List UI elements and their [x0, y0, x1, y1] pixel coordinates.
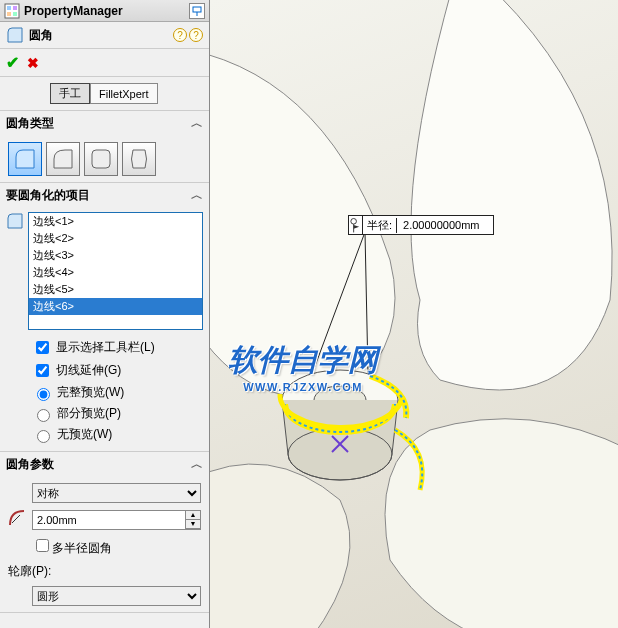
- list-item[interactable]: 边线<6>: [29, 298, 202, 315]
- callout-label: 半径:: [363, 218, 397, 233]
- section-header-type[interactable]: 圆角类型 ︿: [0, 111, 209, 136]
- spin-down[interactable]: ▼: [186, 520, 200, 529]
- svg-rect-4: [13, 12, 17, 16]
- fillet-feature-icon: [6, 26, 24, 44]
- edge-selection-icon: [6, 212, 28, 330]
- chevron-up-icon: ︿: [191, 456, 203, 473]
- svg-rect-1: [7, 6, 11, 10]
- pin-button[interactable]: [189, 3, 205, 19]
- radius-input[interactable]: [33, 511, 185, 529]
- symmetry-select[interactable]: 对称: [32, 483, 201, 503]
- model-view: [210, 0, 618, 628]
- help-pin-icon[interactable]: ?: [189, 28, 203, 42]
- panel-title: PropertyManager: [24, 4, 189, 18]
- opt-show-toolbar[interactable]: 显示选择工具栏(L): [32, 338, 203, 357]
- radius-spinner[interactable]: ▲▼: [32, 510, 201, 530]
- radius-icon: [8, 509, 28, 530]
- section-items: 要圆角化的项目 ︿ 边线<1> 边线<2> 边线<3> 边线<4> 边线<5> …: [0, 183, 209, 452]
- feature-header: 圆角 ? ?: [0, 22, 209, 49]
- cancel-button[interactable]: ✖: [27, 55, 39, 71]
- chevron-up-icon: ︿: [191, 187, 203, 204]
- callout-value[interactable]: 2.00000000mm: [397, 219, 493, 231]
- list-item[interactable]: 边线<2>: [29, 230, 202, 247]
- spin-up[interactable]: ▲: [186, 511, 200, 520]
- edge-selection-list[interactable]: 边线<1> 边线<2> 边线<3> 边线<4> 边线<5> 边线<6>: [28, 212, 203, 330]
- opt-full-preview[interactable]: 完整预览(W): [32, 384, 203, 401]
- opt-partial-preview[interactable]: 部分预览(P): [32, 405, 203, 422]
- svg-rect-5: [193, 7, 201, 12]
- section-header-items[interactable]: 要圆角化的项目 ︿: [0, 183, 209, 208]
- graphics-viewport[interactable]: 半径: 2.00000000mm 软件自学网 WWW.RJZXW.COM: [210, 0, 618, 628]
- svg-rect-3: [7, 12, 11, 16]
- fillet-type-face[interactable]: [84, 142, 118, 176]
- list-item[interactable]: 边线<1>: [29, 213, 202, 230]
- list-item[interactable]: 边线<4>: [29, 264, 202, 281]
- list-item[interactable]: 边线<5>: [29, 281, 202, 298]
- chevron-up-icon: ︿: [191, 115, 203, 132]
- fillet-type-constant[interactable]: [8, 142, 42, 176]
- feature-name: 圆角: [29, 27, 173, 44]
- property-manager-panel: PropertyManager 圆角 ? ? ✔ ✖ 手工 FilletXper…: [0, 0, 210, 628]
- radius-callout[interactable]: 半径: 2.00000000mm: [348, 215, 494, 235]
- opt-multi-radius[interactable]: 多半径圆角: [8, 536, 201, 557]
- profile-select[interactable]: 圆形: [32, 586, 201, 606]
- list-item[interactable]: 边线<3>: [29, 247, 202, 264]
- svg-point-16: [351, 219, 357, 225]
- ok-button[interactable]: ✔: [6, 53, 19, 72]
- tab-filletxpert[interactable]: FilletXpert: [90, 83, 158, 104]
- svg-rect-7: [92, 150, 110, 168]
- panel-titlebar: PropertyManager: [0, 0, 209, 22]
- profile-label: 轮廓(P):: [8, 563, 201, 580]
- panel-icon: [4, 3, 20, 19]
- svg-rect-2: [13, 6, 17, 10]
- fillet-type-variable[interactable]: [46, 142, 80, 176]
- help-icon[interactable]: ?: [173, 28, 187, 42]
- opt-no-preview[interactable]: 无预览(W): [32, 426, 203, 443]
- fillet-type-full-round[interactable]: [122, 142, 156, 176]
- opt-tangent[interactable]: 切线延伸(G): [32, 361, 203, 380]
- ok-cancel-bar: ✔ ✖: [0, 49, 209, 77]
- section-fillet-type: 圆角类型 ︿: [0, 111, 209, 183]
- section-params: 圆角参数 ︿ 对称 ▲▼ 多半径圆角 轮廓(P): 圆形: [0, 452, 209, 613]
- callout-flag-icon: [349, 216, 363, 234]
- section-header-params[interactable]: 圆角参数 ︿: [0, 452, 209, 477]
- tab-manual[interactable]: 手工: [50, 83, 90, 104]
- mode-tabs: 手工 FilletXpert: [0, 77, 209, 111]
